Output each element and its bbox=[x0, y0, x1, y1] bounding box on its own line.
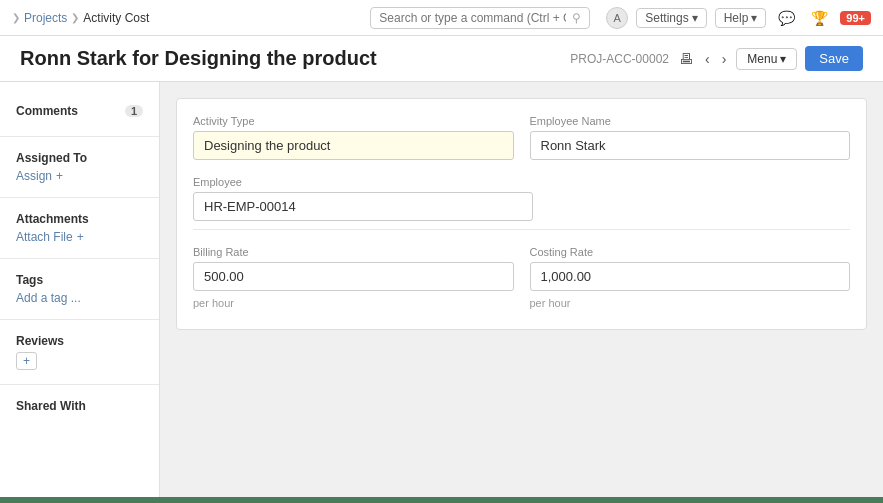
sidebar-divider-3 bbox=[0, 258, 159, 259]
menu-chevron-icon: ▾ bbox=[780, 52, 786, 66]
sidebar-reviews-title: Reviews bbox=[16, 334, 143, 348]
notification-badge[interactable]: 99+ bbox=[840, 11, 871, 25]
costing-rate-label: Costing Rate bbox=[530, 246, 851, 258]
breadcrumb-current: Activity Cost bbox=[83, 11, 149, 25]
search-icon: ⚲ bbox=[572, 11, 581, 25]
sidebar-divider-5 bbox=[0, 384, 159, 385]
sidebar-tags-title: Tags bbox=[16, 273, 143, 287]
topnav-actions: A Settings ▾ Help ▾ 💬 🏆 99+ bbox=[606, 7, 871, 29]
form-row-1: Activity Type Employee Name bbox=[193, 115, 850, 160]
document-id: PROJ-ACC-00002 bbox=[570, 52, 669, 66]
green-background-area bbox=[0, 497, 883, 503]
save-button[interactable]: Save bbox=[805, 46, 863, 71]
breadcrumb-projects[interactable]: Projects bbox=[24, 11, 67, 25]
employee-name-label: Employee Name bbox=[530, 115, 851, 127]
costing-rate-unit: per hour bbox=[530, 297, 851, 309]
sidebar-attachments-title: Attachments bbox=[16, 212, 143, 226]
billing-rate-unit: per hour bbox=[193, 297, 514, 309]
sidebar-comments-section: Comments 1 bbox=[0, 98, 159, 128]
sidebar-assigned-title: Assigned To bbox=[16, 151, 143, 165]
attach-file-link[interactable]: Attach File + bbox=[16, 230, 143, 244]
employee-name-input[interactable] bbox=[530, 131, 851, 160]
assign-plus-icon: + bbox=[56, 169, 63, 183]
activity-type-input[interactable] bbox=[193, 131, 514, 160]
search-bar[interactable]: ⚲ bbox=[370, 7, 590, 29]
form-card: Activity Type Employee Name Employee bbox=[176, 98, 867, 330]
settings-chevron-icon: ▾ bbox=[692, 11, 698, 25]
add-tag-link[interactable]: Add a tag ... bbox=[16, 291, 143, 305]
sidebar-assigned-section: Assigned To Assign + bbox=[0, 145, 159, 189]
employee-name-group: Employee Name bbox=[530, 115, 851, 160]
activity-type-group: Activity Type bbox=[193, 115, 514, 160]
sidebar-shared-section: Shared With bbox=[0, 393, 159, 423]
sidebar: Comments 1 Assigned To Assign + Attachme… bbox=[0, 82, 160, 497]
chevron-right-icon: ❯ bbox=[12, 12, 20, 23]
employee-label: Employee bbox=[193, 176, 533, 188]
breadcrumb-separator: ❯ bbox=[71, 12, 79, 23]
next-button[interactable]: › bbox=[720, 49, 729, 69]
billing-rate-group: Billing Rate per hour bbox=[193, 246, 514, 309]
prev-button[interactable]: ‹ bbox=[703, 49, 712, 69]
page-header-actions: PROJ-ACC-00002 🖶 ‹ › Menu ▾ Save bbox=[570, 46, 863, 71]
menu-button[interactable]: Menu ▾ bbox=[736, 48, 797, 70]
sidebar-shared-title: Shared With bbox=[16, 399, 143, 413]
content-area: Activity Type Employee Name Employee bbox=[160, 82, 883, 497]
trophy-icon-button[interactable]: 🏆 bbox=[807, 8, 832, 28]
help-button[interactable]: Help ▾ bbox=[715, 8, 767, 28]
form-row-2: Employee bbox=[193, 176, 850, 221]
employee-group: Employee bbox=[193, 176, 533, 221]
chat-icon-button[interactable]: 💬 bbox=[774, 8, 799, 28]
user-avatar: A bbox=[606, 7, 628, 29]
sidebar-comments-title: Comments 1 bbox=[16, 104, 143, 118]
settings-button[interactable]: Settings ▾ bbox=[636, 8, 706, 28]
sidebar-reviews-section: Reviews + bbox=[0, 328, 159, 376]
reviews-add-button[interactable]: + bbox=[16, 352, 37, 370]
help-chevron-icon: ▾ bbox=[751, 11, 757, 25]
sidebar-attachments-section: Attachments Attach File + bbox=[0, 206, 159, 250]
billing-rate-input[interactable] bbox=[193, 262, 514, 291]
employee-input[interactable] bbox=[193, 192, 533, 221]
page-header: Ronn Stark for Designing the product PRO… bbox=[0, 36, 883, 82]
costing-rate-group: Costing Rate per hour bbox=[530, 246, 851, 309]
activity-type-label: Activity Type bbox=[193, 115, 514, 127]
comments-count-badge: 1 bbox=[125, 105, 143, 117]
main-layout: Comments 1 Assigned To Assign + Attachme… bbox=[0, 82, 883, 497]
sidebar-divider-2 bbox=[0, 197, 159, 198]
topnav: ❯ Projects ❯ Activity Cost ⚲ A Settings … bbox=[0, 0, 883, 36]
costing-rate-input[interactable] bbox=[530, 262, 851, 291]
page-title: Ronn Stark for Designing the product bbox=[20, 47, 377, 70]
sidebar-divider-1 bbox=[0, 136, 159, 137]
billing-rate-label: Billing Rate bbox=[193, 246, 514, 258]
print-button[interactable]: 🖶 bbox=[677, 49, 695, 69]
search-input[interactable] bbox=[379, 11, 566, 25]
attach-plus-icon: + bbox=[77, 230, 84, 244]
assign-link[interactable]: Assign + bbox=[16, 169, 143, 183]
breadcrumb: ❯ Projects ❯ Activity Cost bbox=[12, 11, 149, 25]
form-row-3: Billing Rate per hour Costing Rate per h… bbox=[193, 246, 850, 309]
form-divider bbox=[193, 229, 850, 230]
sidebar-tags-section: Tags Add a tag ... bbox=[0, 267, 159, 311]
sidebar-divider-4 bbox=[0, 319, 159, 320]
